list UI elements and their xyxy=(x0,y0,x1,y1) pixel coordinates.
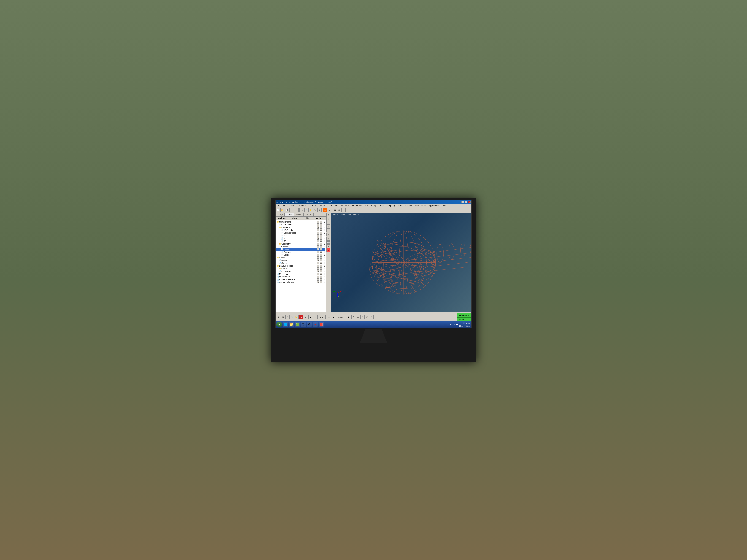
tree-item[interactable]: 📁 Loads + — 1 xyxy=(276,267,325,270)
menu-geometry[interactable]: Geometry xyxy=(307,204,318,207)
taskbar-icon-shield[interactable]: 🛡 xyxy=(301,322,306,327)
tool-zoom[interactable]: 🔍 xyxy=(304,208,309,212)
bt-auto-dropdown[interactable]: Auto xyxy=(317,315,326,319)
tree-item[interactable]: 📁 Geometry + — 1 xyxy=(276,242,325,245)
tree-hide-btn[interactable]: — xyxy=(320,232,322,234)
tree-item[interactable]: 📄 2D + — 1 xyxy=(276,237,325,240)
vp-icon-5[interactable]: ← xyxy=(326,229,331,233)
tool-arrow1[interactable]: → xyxy=(341,208,345,212)
tree-item[interactable]: 📄 Multibodies + — 1 xyxy=(276,275,325,278)
tree-item[interactable]: 📄 1D/Rigids + — 1 xyxy=(276,229,325,232)
bt-icon6[interactable]: ✕ xyxy=(299,315,303,319)
tool-open[interactable]: 📂 xyxy=(280,208,284,212)
menu-morphing[interactable]: Morphing xyxy=(386,204,396,207)
menu-xyplots[interactable]: XYPlots xyxy=(404,204,413,207)
taskbar-icon-app2[interactable]: 📕 xyxy=(318,322,324,327)
taskbar-icon-ie[interactable]: 🌐 xyxy=(283,322,288,327)
vp-icon-2[interactable]: ⊡ xyxy=(326,217,331,221)
vp-icon-4[interactable]: ↓ xyxy=(326,225,331,229)
menu-setup[interactable]: Setup xyxy=(370,204,378,207)
tree-hide-btn[interactable]: — xyxy=(320,221,322,223)
tree-show-btn[interactable]: + xyxy=(317,226,319,229)
tree-item[interactable]: 📄 SystemCollectors + — 1 xyxy=(276,278,325,281)
tree-show-btn[interactable]: + xyxy=(317,257,319,259)
menu-post[interactable]: Post xyxy=(397,204,403,207)
bt-icon14[interactable]: ◈ xyxy=(356,315,360,319)
maximize-button[interactable]: □ xyxy=(465,201,467,203)
tree-show-btn[interactable]: + xyxy=(317,262,319,264)
taskbar-icon-explorer[interactable]: 📁 xyxy=(289,322,294,327)
tree-show-btn[interactable]: + xyxy=(317,243,319,245)
tree-item[interactable]: 📁 Components + — 1 xyxy=(276,220,325,223)
bt-icon13[interactable]: ⬡ xyxy=(351,315,355,319)
tree-show-btn[interactable]: + xyxy=(317,237,319,240)
tree-show-btn[interactable]: + xyxy=(317,276,319,278)
vp-icon-1[interactable]: ⊞ xyxy=(326,213,331,217)
tree-item[interactable]: 📄 Slave + — 1 xyxy=(276,262,325,264)
bt-icon3[interactable]: ⊡ xyxy=(285,315,289,319)
tree-show-btn[interactable]: + xyxy=(317,232,319,234)
vp-icon-8[interactable]: 133 xyxy=(326,240,331,244)
tree-hide-btn[interactable]: — xyxy=(320,243,322,245)
tree-show-btn[interactable]: + xyxy=(317,267,319,270)
menu-applications[interactable]: Applications xyxy=(428,204,441,207)
bt-icon5[interactable]: 📐 xyxy=(294,315,299,319)
bt-icon9[interactable]: → xyxy=(313,315,317,319)
tree-hide-btn[interactable]: — xyxy=(320,248,322,250)
close-button[interactable]: ✕ xyxy=(468,201,470,203)
tree-hide-btn[interactable]: — xyxy=(320,259,322,262)
vp-icon-7[interactable]: ⊕ xyxy=(326,237,331,240)
taskbar-icon-app1[interactable]: ■ xyxy=(313,322,318,327)
tree-hide-btn[interactable]: — xyxy=(320,270,322,272)
tab-import[interactable]: Import xyxy=(304,213,313,216)
vp-icon-6[interactable]: → xyxy=(326,233,331,236)
tree-show-btn[interactable]: + xyxy=(317,251,319,253)
tool-mesh1[interactable]: ⊞ xyxy=(333,208,337,212)
tree-hide-btn[interactable]: — xyxy=(320,240,322,242)
tool-mesh2[interactable]: ⊟ xyxy=(337,208,341,212)
menu-collectors[interactable]: Collectors xyxy=(295,204,306,207)
tool-rotate[interactable]: ↻ xyxy=(313,208,317,212)
bt-by-comp[interactable]: By Comp xyxy=(336,315,346,319)
tool-arrow2[interactable]: ← xyxy=(346,208,350,212)
bt-icon15[interactable]: ⊟ xyxy=(360,315,365,319)
tree-show-btn[interactable]: + xyxy=(317,278,319,281)
menu-bcs[interactable]: BCs xyxy=(364,204,369,207)
tree-show-btn[interactable]: + xyxy=(317,240,319,242)
tree-hide-btn[interactable]: — xyxy=(320,281,322,284)
tree-item[interactable]: 📄 3D + — 1 xyxy=(276,240,325,242)
tree-item[interactable]: 📄 Morphing + — 1 xyxy=(276,273,325,275)
tree-item[interactable]: ✕ Points + — 1 xyxy=(276,245,325,248)
bt-icon4[interactable]: 🔧 xyxy=(290,315,294,319)
tree-hide-btn[interactable]: — xyxy=(320,254,322,256)
tree-show-btn[interactable]: + xyxy=(317,254,319,256)
tree-show-btn[interactable]: + xyxy=(317,235,319,237)
viewport[interactable]: ⊞ ⊡ ↑ ↓ ← → ⊕ 133 A ■ xyxy=(326,213,471,312)
automesh-button[interactable]: automesh xyxy=(457,313,471,317)
reject-button[interactable]: reject xyxy=(457,317,471,321)
tree-hide-btn[interactable]: — xyxy=(320,265,322,267)
tab-utility[interactable]: Utility xyxy=(276,213,285,216)
tree-show-btn[interactable]: + xyxy=(317,281,319,284)
tree-hide-btn[interactable]: — xyxy=(320,276,322,278)
tool-fit[interactable]: ⊡ xyxy=(317,208,321,212)
tree-hide-btn[interactable]: — xyxy=(320,278,322,281)
menu-help[interactable]: Help xyxy=(442,204,448,207)
vp-icon-9[interactable]: A xyxy=(326,244,331,248)
tool-pan[interactable]: ✋ xyxy=(309,208,313,212)
tree-hide-btn[interactable]: — xyxy=(320,229,322,231)
tree-item[interactable]: 📄 VectorCollectors + — 1 xyxy=(276,281,325,284)
menu-preferences[interactable]: Preferences xyxy=(414,204,427,207)
tab-model[interactable]: Model xyxy=(294,213,304,216)
tree-show-btn[interactable]: + xyxy=(317,270,319,272)
tool-save[interactable]: 💾 xyxy=(285,208,289,212)
menu-properties[interactable]: Properties xyxy=(351,204,362,207)
tab-mask[interactable]: Mask xyxy=(285,213,294,216)
menu-file[interactable]: File xyxy=(276,204,281,207)
tree-item[interactable]: 📁 Elements + — 1 xyxy=(276,226,325,229)
tree-hide-btn[interactable]: — xyxy=(320,267,322,270)
tree-item[interactable]: 📁 LoadCollectors + — 1 xyxy=(276,264,325,267)
tree-show-btn[interactable]: + xyxy=(317,248,319,250)
bt-icon2[interactable]: ⊟ xyxy=(281,315,285,319)
bt-icon10[interactable]: ⊙ xyxy=(327,315,331,319)
